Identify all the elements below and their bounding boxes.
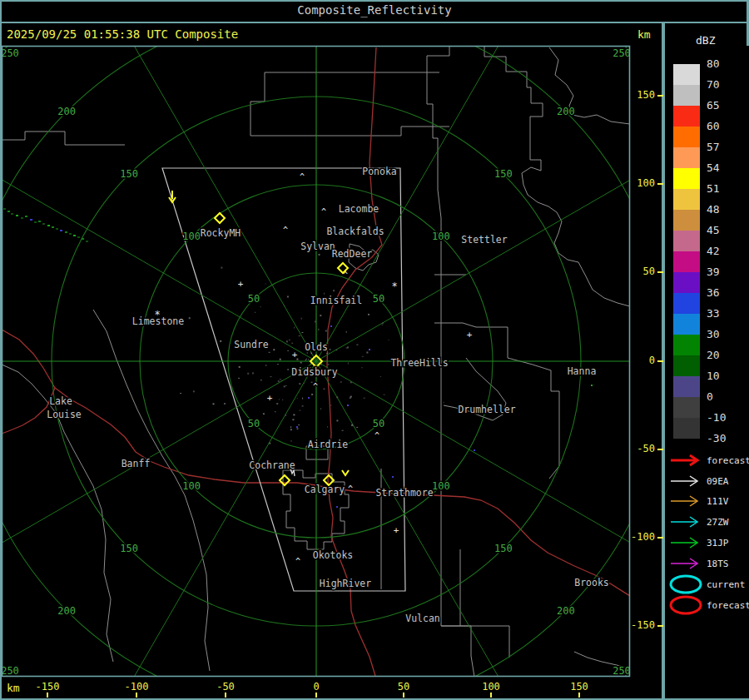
city-label: ThreeHills <box>390 357 448 369</box>
scale-cell <box>673 210 700 231</box>
city-label: Airdrie <box>308 439 349 450</box>
clutter-pixel <box>284 385 285 387</box>
bottom-axis-tick-label: 50 <box>385 681 422 693</box>
clutter-pixel <box>300 362 302 364</box>
city-label: Stettler <box>461 234 507 246</box>
clutter-pixel <box>239 366 241 368</box>
scale-tick-label: -10 <box>707 411 743 424</box>
track-arrow-icon <box>668 512 705 535</box>
city-label: Brooks <box>574 577 609 588</box>
scale-cell <box>673 397 700 418</box>
azimuth-line <box>83 361 316 700</box>
clutter-pixel <box>315 320 316 322</box>
city-label: Banff <box>122 458 151 469</box>
city-label: Okotoks <box>313 549 353 561</box>
echo-pixel <box>60 230 62 231</box>
echo-pixel <box>3 208 6 210</box>
clutter-pixel <box>320 365 321 365</box>
clutter-pixel <box>306 359 307 360</box>
clutter-pixel <box>325 330 327 332</box>
echo-pixel <box>330 325 332 327</box>
track-arrow-icon <box>668 491 705 514</box>
clutter-pixel <box>308 360 309 360</box>
bottom-axis-tick-label: 0 <box>298 681 335 693</box>
city-label: Lacombe <box>339 203 379 215</box>
echo-pixel <box>65 231 67 233</box>
scale-tick-label: 36 <box>707 286 743 299</box>
scale-cell <box>673 376 700 397</box>
clutter-pixel <box>285 385 287 386</box>
range-ring <box>0 0 749 700</box>
clutter-pixel <box>220 340 221 342</box>
clutter-pixel <box>213 403 215 405</box>
scale-cell <box>673 168 700 189</box>
clutter-pixel <box>350 397 351 399</box>
city-label: HighRiver <box>320 578 371 589</box>
radar-map: 5050505010010010010015015015015020020020… <box>0 0 749 700</box>
range-ring-label: 150 <box>120 168 138 180</box>
right-axis-tick-label: -50 <box>628 443 655 454</box>
scale-cell <box>673 106 700 127</box>
clutter-pixel <box>260 380 261 381</box>
clutter-pixel <box>320 408 321 410</box>
range-ring-label: 100 <box>182 231 201 242</box>
radar-application-window: Composite_Reflectivity 2025/09/25 01:55:… <box>0 0 749 700</box>
clutter-pixel <box>265 365 267 366</box>
clutter-pixel <box>238 378 240 379</box>
scale-tick-label: 51 <box>707 182 743 195</box>
clutter-pixel <box>302 405 304 406</box>
scale-tick-label: 39 <box>707 266 743 278</box>
track-arrow-icon <box>668 533 705 556</box>
clutter-pixel <box>311 353 312 354</box>
clutter-pixel <box>287 369 289 370</box>
legend-item-label: forecast <box>707 455 747 466</box>
clutter-pixel <box>362 367 363 368</box>
clutter-pixel <box>330 405 331 406</box>
clutter-pixel <box>364 398 365 399</box>
right-axis-tick <box>657 449 663 450</box>
right-axis-tick <box>657 271 663 273</box>
echo-pixel <box>77 236 80 238</box>
echo-pixel <box>52 226 54 228</box>
clutter-pixel <box>298 424 300 425</box>
legend-item-label: 09EA <box>707 476 747 487</box>
bottom-axis-tick <box>315 693 317 698</box>
caret-marker: ^ <box>313 382 318 391</box>
clutter-pixel <box>280 379 281 380</box>
clutter-pixel <box>336 420 338 421</box>
clutter-pixel <box>336 396 338 398</box>
clutter-pixel <box>286 340 288 342</box>
clutter-pixel <box>247 373 249 375</box>
caret-marker: ^ <box>300 172 305 181</box>
clutter-pixel <box>275 411 276 412</box>
right-axis-tick-label: 50 <box>628 266 655 277</box>
scale-cell <box>673 251 700 272</box>
azimuth-line <box>316 128 720 361</box>
city-label: Vulcan <box>405 613 440 624</box>
right-axis-tick <box>657 625 663 627</box>
azimuth-line <box>316 361 720 594</box>
county-boundary <box>484 46 543 171</box>
clutter-pixel <box>287 296 289 298</box>
right-axis-tick-label: -150 <box>628 619 655 631</box>
clutter-pixel <box>189 317 191 319</box>
echo-pixel <box>34 221 37 223</box>
echo-pixel <box>21 217 23 219</box>
scale-cell <box>673 64 700 85</box>
storm-ellipse-icon <box>668 574 705 598</box>
scale-tick-label: 20 <box>707 349 743 361</box>
clutter-pixel <box>290 440 292 441</box>
clutter-pixel <box>320 315 321 316</box>
clutter-pixel <box>389 340 389 340</box>
clutter-pixel <box>277 383 278 384</box>
echo-pixel <box>16 215 18 216</box>
clutter-pixel <box>310 364 311 365</box>
clutter-pixel <box>221 267 222 269</box>
range-ring-label: 100 <box>432 231 450 242</box>
clutter-pixel <box>311 394 313 395</box>
scale-cell <box>673 293 700 314</box>
range-ring-label: 200 <box>57 106 76 117</box>
clutter-pixel <box>281 380 283 381</box>
storm-arrow <box>342 470 349 475</box>
echo-pixel <box>474 449 475 451</box>
